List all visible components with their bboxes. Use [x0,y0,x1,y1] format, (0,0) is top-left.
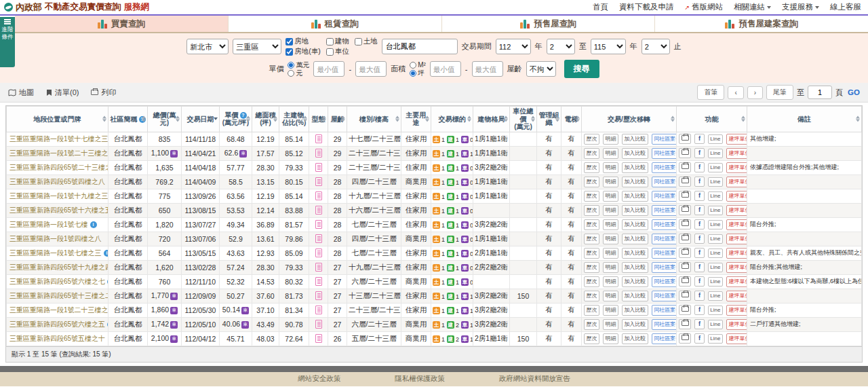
add-compare-button[interactable]: 加入比較 [622,305,648,316]
row-print-button[interactable] [679,319,691,329]
price-calc-button[interactable]: 建坪單價計算 [726,333,747,344]
wan-radio[interactable] [288,62,294,69]
ping-radio-option[interactable]: 坪 [410,69,426,77]
yuan-radio[interactable] [288,70,294,77]
row-print-button[interactable] [679,219,691,229]
property-type-option[interactable]: 車位 [326,47,349,56]
line-share-button[interactable]: Line [708,320,723,329]
detail-button[interactable]: 明細 [603,134,618,145]
wan-radio-option[interactable]: 萬元 [288,61,309,69]
facebook-share-button[interactable]: f [694,148,705,158]
history-button[interactable]: 歷次 [584,177,599,187]
column-header[interactable]: 樓別/樓高 [347,107,401,132]
top-nav-link[interactable]: ↗ 舊版網站 [684,2,723,12]
address-link[interactable]: 三重區重新路四段65號十九樓之四i [7,260,108,274]
property-type-checkbox[interactable] [285,38,293,45]
search-button[interactable]: 搜尋 [564,60,599,78]
add-compare-button[interactable]: 加入比較 [622,319,648,330]
sort-updown-icon[interactable] [246,116,250,122]
community-cases-button[interactable]: 同社區案例 [652,305,677,316]
sort-updown-icon[interactable] [425,116,429,122]
community-cases-button[interactable]: 同社區案例 [652,319,677,330]
column-header[interactable]: 交易標的 [431,107,473,132]
column-header[interactable]: 交易日期 [182,107,220,132]
age-select[interactable]: 不拘 [526,61,556,77]
detail-button[interactable]: 明細 [603,262,618,273]
info-icon[interactable]: i [90,221,97,228]
top-nav-link[interactable]: 資料下載及申請 [619,2,674,12]
sort-updown-icon[interactable] [273,116,277,122]
detail-button[interactable]: 明細 [603,305,618,316]
row-print-button[interactable] [679,276,691,287]
community-cases-button[interactable]: 同社區案例 [652,248,677,259]
add-compare-button[interactable]: 加入比較 [622,291,648,301]
sort-updown-icon[interactable] [741,116,745,122]
facebook-share-button[interactable]: f [694,162,705,172]
area-max-input[interactable] [472,61,503,77]
advanced-criteria-tab[interactable]: 進階條件 [0,17,15,67]
history-button[interactable]: 歷次 [584,205,599,216]
line-share-button[interactable]: Line [708,291,723,301]
sort-updown-icon[interactable] [504,116,508,122]
yuan-radio-option[interactable]: 元 [288,69,309,77]
facebook-share-button[interactable]: f [694,319,705,329]
property-type-option[interactable]: 土地 [355,37,378,46]
column-header[interactable]: 主建物 佔比(%) [279,107,309,132]
map-view-button[interactable]: 地圖 [8,88,34,98]
property-type-option[interactable]: 房地(車) [285,47,321,56]
print-button[interactable]: 列印 [91,88,116,98]
detail-button[interactable]: 明細 [603,191,618,202]
m2-radio[interactable] [410,62,416,69]
column-header[interactable]: 地段位置或門牌 [7,107,108,132]
row-print-button[interactable] [679,333,691,344]
facebook-share-button[interactable]: f [694,248,705,258]
line-share-button[interactable]: Line [708,206,723,215]
footer-link[interactable]: 網站安全政策 [298,374,340,384]
top-nav-link[interactable]: 支援服務 [782,2,819,12]
line-share-button[interactable]: Line [708,277,723,287]
sort-updown-icon[interactable] [555,116,559,122]
query-tab[interactable]: 買賣查詢 [15,16,228,32]
facebook-share-button[interactable]: f [694,305,705,315]
column-header[interactable]: 型態 [309,107,328,132]
price-calc-button[interactable]: 建坪單價計算 [726,319,747,330]
add-compare-button[interactable]: 加入比較 [622,248,648,259]
address-link[interactable]: 三重區重新路四段65號四樓之八 [7,174,108,189]
add-compare-button[interactable]: 加入比較 [622,219,648,230]
go-button[interactable]: GO [848,88,860,96]
facebook-share-button[interactable]: f [694,177,705,187]
sort-desc-icon[interactable] [214,117,218,120]
column-header[interactable]: 主要用途 [401,107,431,132]
footer-link[interactable]: 政府網站資料開放宣告 [499,374,570,384]
last-page-button[interactable]: 尾筆 [766,85,793,100]
facebook-share-button[interactable]: f [694,262,705,272]
history-button[interactable]: 歷次 [584,319,599,330]
row-print-button[interactable] [679,177,691,187]
address-link[interactable]: 三重區重陽路一段1號七樓i [7,217,108,232]
address-link[interactable]: 三重區重陽路一段1號七樓之三i [7,246,108,260]
address-link[interactable]: 三重區重陽路一段1號十七樓之三i [7,132,108,146]
detail-button[interactable]: 明細 [603,319,618,330]
next-page-button[interactable]: › [747,86,763,99]
footer-link[interactable]: 隱私權保護政策 [395,374,445,384]
query-tab[interactable]: 預售屋建案查詢 [654,16,868,32]
sort-updown-icon[interactable] [341,116,345,122]
address-link[interactable]: 三重區重新路四段65號十三樓之二 [7,289,108,303]
price-calc-button[interactable]: 建坪單價計算 [726,205,747,216]
price-calc-button[interactable]: 建坪單價計算 [726,234,747,244]
row-print-button[interactable] [679,248,691,258]
address-link[interactable]: 三重區重新路四段65號六樓之五i [7,317,108,331]
column-header[interactable]: 電梯 [561,107,582,132]
m2-radio-option[interactable]: M² [410,61,426,69]
detail-button[interactable]: 明細 [603,234,618,244]
line-share-button[interactable]: Line [708,234,723,244]
community-cases-button[interactable]: 同社區案例 [652,148,677,159]
address-link[interactable]: 三重區重新路四段65號六樓之七i [7,274,108,289]
sort-updown-icon[interactable] [303,116,307,122]
sort-updown-icon[interactable] [176,116,180,122]
sort-updown-icon[interactable] [102,116,106,122]
history-button[interactable]: 歷次 [584,134,599,145]
history-button[interactable]: 歷次 [584,276,599,287]
district-select[interactable]: 三重區 [233,39,281,54]
line-share-button[interactable]: Line [708,263,723,272]
